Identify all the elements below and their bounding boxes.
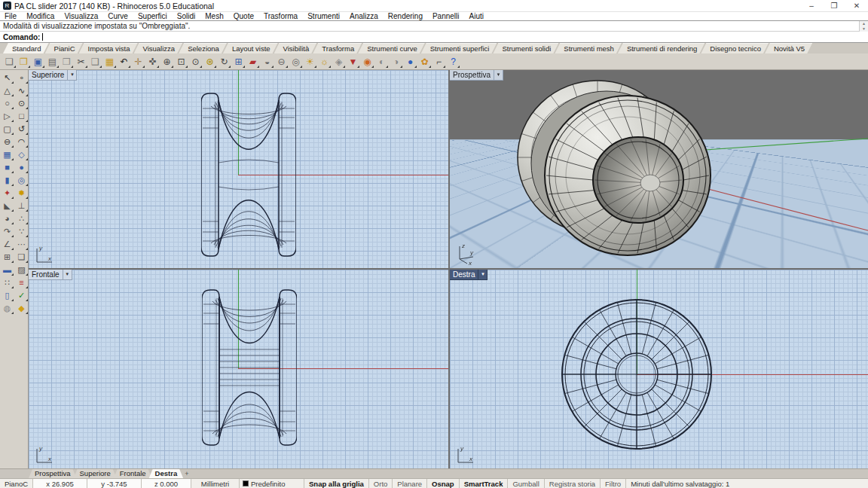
viewport-tab-prospettiva[interactable]: Prospettiva xyxy=(29,469,77,478)
curve-tool[interactable]: ∿ xyxy=(15,84,28,96)
menu-visualizza[interactable]: Visualizza xyxy=(64,12,98,20)
command-line[interactable]: Comando: xyxy=(0,32,868,43)
shade-icon[interactable]: ▼ xyxy=(346,54,360,69)
polyline-tool[interactable]: △ xyxy=(1,84,14,96)
rotate-view-icon[interactable]: ↻ xyxy=(217,54,231,69)
viewport-tab-destra[interactable]: Destra xyxy=(149,469,184,478)
menu-superfici[interactable]: Superfici xyxy=(138,12,167,20)
viewport-title[interactable]: Destra xyxy=(450,270,478,280)
cylinder-tool[interactable]: ▮ xyxy=(1,174,14,186)
gem-tool[interactable]: ◆ xyxy=(15,302,28,314)
toolbar-tab-disegno-tecnico[interactable]: Disegno tecnico xyxy=(701,43,769,53)
rounded-rect-tool[interactable]: ▢ xyxy=(1,123,14,135)
isolate-icon[interactable]: ◎ xyxy=(289,54,303,69)
menu-trasforma[interactable]: Trasforma xyxy=(264,12,298,20)
boolean-tool[interactable]: ✦ xyxy=(1,187,14,199)
viewport-layout-icon[interactable]: ⊞ xyxy=(231,54,246,69)
viewport-title[interactable]: Prospettiva xyxy=(450,70,494,81)
paste-icon[interactable]: ▦ xyxy=(102,54,117,69)
box-tool[interactable]: ■ xyxy=(1,161,14,173)
viewport-label-frontale[interactable]: Frontale ▼ xyxy=(29,270,72,280)
split-tool[interactable]: ⊥ xyxy=(15,200,28,212)
menu-quote[interactable]: Quote xyxy=(234,12,254,20)
menu-pannelli[interactable]: Pannelli xyxy=(432,12,460,20)
menu-strumenti[interactable]: Strumenti xyxy=(307,12,340,20)
chevron-down-icon[interactable]: ▼ xyxy=(68,70,77,81)
toolbar-tab-strumenti-di-rendering[interactable]: Strumenti di rendering xyxy=(618,43,704,53)
layer-selector[interactable]: Predefinito xyxy=(240,479,304,488)
menu-analizza[interactable]: Analizza xyxy=(350,12,378,20)
status-toggle-planare[interactable]: Planare xyxy=(393,479,427,488)
render-preview-icon[interactable]: ◐ xyxy=(374,54,389,69)
status-toggle-snap-alla-griglia[interactable]: Snap alla griglia xyxy=(304,479,369,488)
hide-icon[interactable]: ⊖ xyxy=(274,54,289,69)
hatch-tool[interactable]: ▨ xyxy=(15,264,28,276)
bulb-icon[interactable]: ☼ xyxy=(317,54,332,69)
status-toggle-registra-storia[interactable]: Registra storia xyxy=(545,479,601,488)
render-full-icon[interactable]: ● xyxy=(403,54,417,69)
zoom-dynamic-icon[interactable]: ⊙ xyxy=(188,54,203,69)
close-button[interactable]: ✕ xyxy=(845,0,868,11)
scale-tool[interactable]: ∠ xyxy=(1,238,14,250)
fillet-tool[interactable]: ◕ xyxy=(1,212,14,224)
print-icon[interactable]: ▤ xyxy=(45,54,60,69)
toolbar-tab-standard[interactable]: Standard xyxy=(3,43,49,53)
lock-icon[interactable]: ◈ xyxy=(332,54,346,69)
chevron-down-icon[interactable]: ▼ xyxy=(478,270,487,280)
toolbar-tab-strumenti-superfici[interactable]: Strumenti superfici xyxy=(421,43,497,53)
tube-tool[interactable]: ◎ xyxy=(15,174,28,186)
chamfer-tool[interactable]: ∴ xyxy=(15,212,28,224)
point-tool[interactable]: ∘ xyxy=(15,72,28,84)
zoom-icon[interactable]: ⊕ xyxy=(160,54,174,69)
menu-aiuti[interactable]: Aiuti xyxy=(469,12,484,20)
viewport-tab-superiore[interactable]: Superiore xyxy=(74,469,117,478)
menu-solidi[interactable]: Solidi xyxy=(177,12,195,20)
rectangle-tool[interactable]: □ xyxy=(15,110,28,122)
viewport-label-prospettiva[interactable]: Prospettiva ▼ xyxy=(450,70,503,81)
viewport-label-destra[interactable]: Destra ▼ xyxy=(450,270,487,280)
toolbar-tab-visualizza[interactable]: Visualizza xyxy=(134,43,183,53)
maximize-button[interactable]: ❐ xyxy=(823,0,845,11)
array-curve-tool[interactable]: ⋯ xyxy=(15,238,28,250)
explode-tool[interactable]: ✹ xyxy=(15,187,28,199)
notes-tool[interactable]: ▯ xyxy=(1,289,14,301)
pan-icon[interactable]: ✛ xyxy=(131,54,145,69)
menu-curve[interactable]: Curve xyxy=(108,12,128,20)
polygon-tool[interactable]: ▷ xyxy=(1,110,14,122)
extrude-tool[interactable]: ▬ xyxy=(1,264,14,276)
toolbar-tab-layout-viste[interactable]: Layout viste xyxy=(223,43,278,53)
ellipse-tool[interactable]: ⊙ xyxy=(15,97,28,109)
points-on-tool[interactable]: ∵ xyxy=(15,225,28,237)
viewport-title[interactable]: Superiore xyxy=(29,70,68,81)
trim-tool[interactable]: ◣ xyxy=(1,200,14,212)
history-scrollbar[interactable]: ▲ ▼ xyxy=(859,21,868,31)
chevron-down-icon[interactable]: ▼ xyxy=(494,70,503,81)
array-tool[interactable]: ⊞ xyxy=(1,251,14,263)
render-section-icon[interactable]: ◑ xyxy=(389,54,403,69)
select-tool[interactable]: ↖ xyxy=(1,72,14,84)
toolbar-tab-imposta-vista[interactable]: Imposta vista xyxy=(79,43,138,53)
viewport-prospettiva[interactable]: z y x Prospettiva ▼ xyxy=(450,70,868,268)
toolbar-tab-trasforma[interactable]: Trasforma xyxy=(313,43,362,53)
revolve-tool[interactable]: ↺ xyxy=(15,123,28,135)
save-icon[interactable]: ▣ xyxy=(31,54,45,69)
vehicle-icon[interactable]: ▰ xyxy=(246,54,260,69)
viewport-tab-frontale[interactable]: Frontale xyxy=(114,469,152,478)
toolbar-tab-strumenti-mesh[interactable]: Strumenti mesh xyxy=(555,43,622,53)
undo-icon[interactable]: ↶ xyxy=(117,54,131,69)
menu-rendering[interactable]: Rendering xyxy=(388,12,423,20)
units-indicator[interactable]: Millimetri xyxy=(191,479,240,488)
zoom-selected-icon[interactable]: ⊛ xyxy=(203,54,217,69)
status-toggle-orto[interactable]: Orto xyxy=(369,479,393,488)
toolbar-tab-novit-v5[interactable]: Novità V5 xyxy=(765,43,812,53)
copy-icon[interactable]: ❑ xyxy=(88,54,102,69)
open-file-icon[interactable]: ❐ xyxy=(17,54,31,69)
menu-modifica[interactable]: Modifica xyxy=(26,12,54,20)
blend-tool[interactable]: ↷ xyxy=(1,225,14,237)
cplane-selector[interactable]: PianoC xyxy=(0,479,33,488)
toolbar-tab-pianic[interactable]: PianiC xyxy=(45,43,83,53)
viewport-title[interactable]: Frontale xyxy=(29,270,63,280)
chevron-down-icon[interactable]: ▼ xyxy=(63,270,72,280)
move-view-icon[interactable]: ✜ xyxy=(145,54,160,69)
copy-object-tool[interactable]: ❏ xyxy=(15,251,28,263)
